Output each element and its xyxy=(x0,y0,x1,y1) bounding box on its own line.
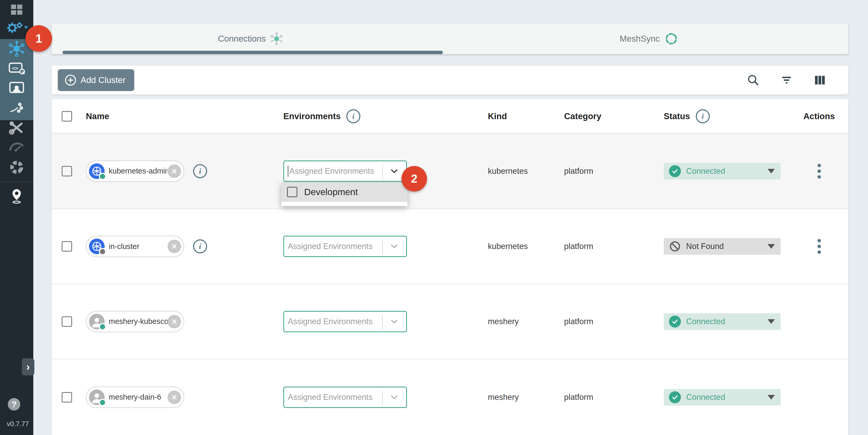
connection-name-label: in-cluster xyxy=(109,242,167,251)
status-info-icon[interactable]: i xyxy=(696,109,710,123)
kind-value: kubernetes xyxy=(488,242,528,251)
row-actions-menu-button[interactable] xyxy=(788,239,850,254)
sidebar-divider xyxy=(0,182,33,182)
table-row: meshery-kubescop... Assigned Environment… xyxy=(52,284,848,359)
select-divider xyxy=(382,391,383,405)
chevron-right-icon: › xyxy=(26,361,30,373)
select-divider xyxy=(382,315,383,330)
row-checkbox[interactable] xyxy=(62,241,72,252)
select-divider xyxy=(382,240,383,254)
check-icon xyxy=(669,316,681,328)
active-tab-indicator xyxy=(62,51,443,54)
status-chip-connected[interactable]: Connected xyxy=(664,389,781,406)
sidebar-item-configuration[interactable] xyxy=(0,119,33,137)
caret-down-icon xyxy=(768,244,775,249)
connection-name-chip[interactable]: kubernetes-admin... xyxy=(86,160,184,182)
column-header-category: Category xyxy=(564,111,601,121)
table-header-row: Name Environments i Kind Category Status… xyxy=(52,99,848,133)
column-header-status: Status xyxy=(664,111,690,121)
select-all-checkbox[interactable] xyxy=(62,111,72,122)
kind-value: kubernetes xyxy=(488,166,528,176)
chevron-down-icon[interactable] xyxy=(389,241,399,252)
tab-connections-label: Connections xyxy=(218,34,266,44)
help-button[interactable]: ? xyxy=(8,398,20,410)
connection-info-icon[interactable]: i xyxy=(193,164,207,178)
category-value: platform xyxy=(564,166,593,176)
meshery-catalog-icon xyxy=(9,159,25,175)
row-checkbox[interactable] xyxy=(62,166,72,177)
connection-name-chip[interactable]: meshery-kubescop... xyxy=(86,311,184,332)
status-label: Not Found xyxy=(686,242,724,251)
meshsync-spinner-icon xyxy=(664,31,679,46)
sidebar-expand-button[interactable]: › xyxy=(22,358,34,375)
tab-connections[interactable]: Connections xyxy=(52,23,450,54)
close-icon[interactable] xyxy=(167,240,181,253)
status-chip-connected[interactable]: Connected xyxy=(664,313,781,330)
connection-name-label: meshery-kubescop... xyxy=(109,317,167,326)
assigned-environments-select[interactable]: Assigned Environments xyxy=(283,160,407,182)
text-cursor xyxy=(288,165,288,177)
close-icon[interactable] xyxy=(167,391,181,404)
sidebar-item-dashboard[interactable] xyxy=(0,1,33,19)
environments-info-icon[interactable]: i xyxy=(346,109,360,123)
chevron-down-icon[interactable] xyxy=(389,316,399,327)
table-row: meshery-dain-6 Assigned Environments mes… xyxy=(52,359,848,435)
sidebar-item-adapters[interactable]: <> xyxy=(0,59,33,77)
connection-status-dot xyxy=(99,173,106,180)
row-checkbox[interactable] xyxy=(62,392,72,402)
row-actions-menu-button[interactable] xyxy=(788,164,850,179)
column-header-actions: Actions xyxy=(803,111,835,121)
environment-option-development[interactable]: Development xyxy=(281,182,407,202)
connections-table: Name Environments i Kind Category Status… xyxy=(52,99,848,435)
status-chip-connected[interactable]: Connected xyxy=(664,163,781,180)
table-toolbar: Add Cluster xyxy=(52,66,848,94)
annotation-badge-2: 2 xyxy=(401,166,427,191)
kind-value: meshery xyxy=(488,317,519,326)
search-icon[interactable] xyxy=(747,74,760,87)
select-divider xyxy=(382,165,383,179)
status-label: Connected xyxy=(686,393,725,402)
close-icon[interactable] xyxy=(167,315,181,328)
sidebar-item-extensions[interactable] xyxy=(0,158,33,177)
check-icon xyxy=(669,165,681,177)
annotation-badge-1: 1 xyxy=(26,25,52,52)
sidebar-item-profiles[interactable] xyxy=(0,79,33,97)
check-icon xyxy=(669,391,681,403)
connection-name-label: meshery-dain-6 xyxy=(109,393,167,401)
connection-name-chip[interactable]: meshery-dain-6 xyxy=(86,386,184,408)
connection-info-icon[interactable]: i xyxy=(193,239,207,253)
status-label: Connected xyxy=(686,317,725,326)
kind-value: meshery xyxy=(488,393,519,402)
sidebar-item-workloads[interactable] xyxy=(0,99,33,117)
status-chip-not-found[interactable]: Not Found xyxy=(664,238,781,255)
connection-name-label: kubernetes-admin... xyxy=(109,167,167,175)
assigned-environments-select[interactable]: Assigned Environments xyxy=(283,311,407,332)
tab-meshsync[interactable]: MeshSync xyxy=(450,23,848,54)
assigned-environments-select[interactable]: Assigned Environments xyxy=(283,236,407,257)
table-row: in-cluster i Assigned Environments kuber… xyxy=(52,209,848,284)
add-cluster-button[interactable]: Add Cluster xyxy=(58,69,134,91)
add-cluster-label: Add Cluster xyxy=(81,75,125,85)
svg-text:<>: <> xyxy=(12,65,18,71)
sidebar-item-performance[interactable] xyxy=(0,137,33,156)
tab-meshsync-label: MeshSync xyxy=(620,34,659,44)
assigned-environments-select[interactable]: Assigned Environments xyxy=(283,386,407,408)
sidebar-item-catalog-pin[interactable] xyxy=(0,187,33,205)
connections-tab-icon xyxy=(270,32,283,45)
environment-option-label: Development xyxy=(304,187,358,197)
configuration-tools-icon xyxy=(8,120,25,135)
chevron-down-icon[interactable] xyxy=(389,166,399,177)
chevron-down-icon[interactable] xyxy=(389,392,399,402)
column-header-kind: Kind xyxy=(488,111,507,121)
close-icon[interactable] xyxy=(167,164,181,178)
category-value: platform xyxy=(564,317,593,326)
column-header-name: Name xyxy=(86,111,109,121)
filter-icon[interactable] xyxy=(780,74,793,87)
connection-name-chip[interactable]: in-cluster xyxy=(86,236,184,257)
row-checkbox[interactable] xyxy=(62,316,72,327)
connection-status-dot xyxy=(99,399,106,406)
connections-mesh-icon xyxy=(8,40,25,57)
columns-view-icon[interactable] xyxy=(813,74,826,87)
environment-option-checkbox[interactable] xyxy=(287,187,298,197)
category-value: platform xyxy=(564,393,593,402)
